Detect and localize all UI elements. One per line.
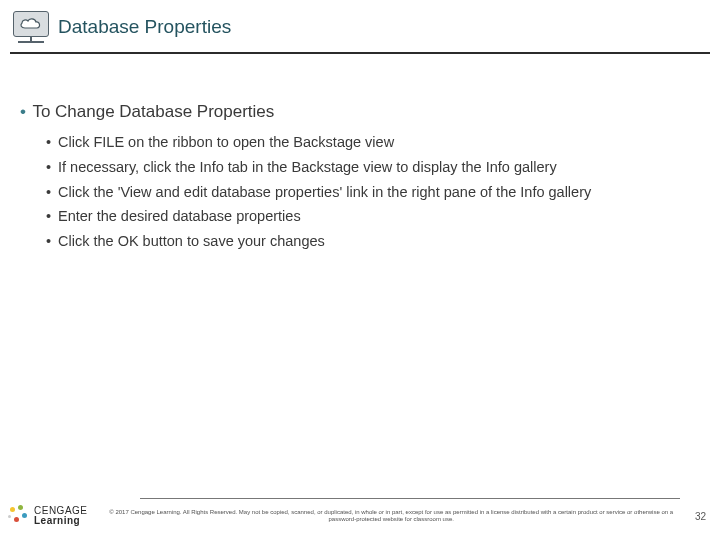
footer-divider (140, 498, 680, 499)
slide-header: Database Properties (0, 0, 720, 46)
cloud-monitor-icon (10, 8, 52, 46)
heading-text: To Change Database Properties (32, 102, 274, 121)
list-item: If necessary, click the Info tab in the … (46, 157, 700, 179)
list-item: Click FILE on the ribbon to open the Bac… (46, 132, 700, 154)
copyright-text: © 2017 Cengage Learning. All Rights Rese… (88, 509, 695, 523)
list-item: Enter the desired database properties (46, 206, 700, 228)
slide-footer: CENGAGE Learning © 2017 Cengage Learning… (0, 492, 720, 540)
bullet-list: Click FILE on the ribbon to open the Bac… (20, 132, 700, 253)
cengage-logo: CENGAGE Learning (8, 505, 88, 527)
section-heading: • To Change Database Properties (20, 102, 700, 122)
list-item: Click the 'View and edit database proper… (46, 182, 700, 204)
list-item: Click the OK button to save your changes (46, 231, 700, 253)
page-number: 32 (695, 511, 712, 522)
logo-text: CENGAGE Learning (34, 506, 88, 526)
logo-line2: Learning (34, 516, 88, 526)
logo-mark-icon (8, 505, 30, 527)
content-area: • To Change Database Properties Click FI… (0, 54, 720, 253)
page-title: Database Properties (58, 16, 231, 38)
